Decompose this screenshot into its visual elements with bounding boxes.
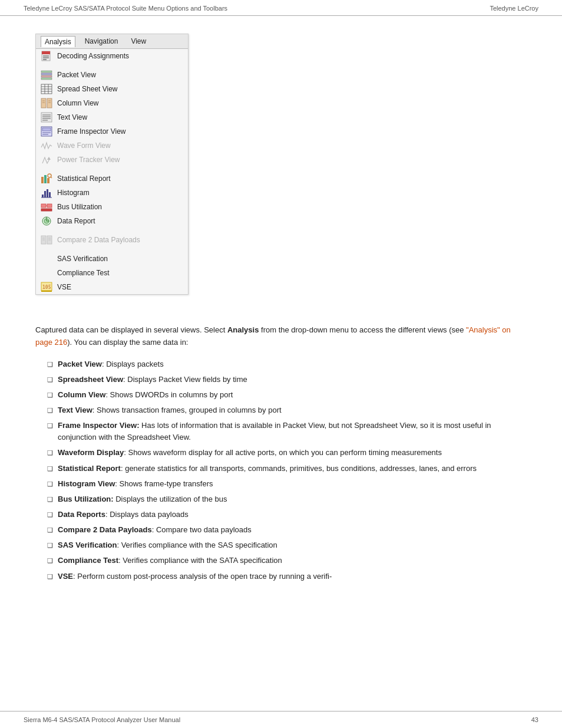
svg-rect-41 [41,204,46,207]
svg-rect-33 [47,178,49,183]
menu-item-compliance-test[interactable]: Compliance Test [36,266,188,280]
data-report-icon [41,216,52,226]
svg-rect-16 [47,98,52,108]
compare-data-payloads-label: Compare 2 Data Payloads [57,236,140,244]
feature-list: Packet View: Displays packets Spreadshee… [47,358,527,582]
list-item-data-reports: Data Reports: Displays data payloads [47,509,527,521]
statistical-report-label: Statistical Report [57,174,111,183]
statistical-report-icon [41,173,52,184]
data-report-label: Data Report [57,217,95,225]
svg-rect-8 [41,78,52,80]
decoding-assignments-icon [41,51,52,61]
bus-utilization-icon [41,202,52,212]
list-item-compliance-test: Compliance Test: Verifies compliance wit… [47,555,527,566]
vse-label: VSE [57,283,71,291]
list-item-text-view: Text View: Shows transaction frames, gro… [47,404,527,416]
list-item-compare-payloads: Compare 2 Data Payloads: Compare two dat… [47,524,527,536]
menu-item-packet-view[interactable]: Packet View [36,68,188,82]
svg-rect-27 [42,128,51,131]
list-item-spreadsheet-view: Spreadsheet View: Displays Packet View f… [47,374,527,386]
menu-item-histogram[interactable]: Histogram [36,186,188,200]
packet-view-icon [41,70,52,80]
footer-right: 43 [531,716,538,723]
menu-item-spreadsheet-view[interactable]: Spread Sheet View [36,82,188,96]
page-footer: Sierra M6-4 SAS/SATA Protocol Analyzer U… [0,711,562,728]
spreadsheet-view-label: Spread Sheet View [57,85,118,93]
menu-item-column-view[interactable]: Column View [36,96,188,110]
wave-form-view-label: Wave Form View [57,141,111,150]
menu-item-power-tracker-view[interactable]: Power Tracker View [36,153,188,167]
separator-2 [36,167,188,172]
frame-inspector-view-label: Frame Inspector View [57,127,126,136]
text-view-label: Text View [57,113,87,121]
list-item-bus-utilization: Bus Utilization: Displays the utilizatio… [47,493,527,505]
column-view-icon [41,98,52,108]
analysis-link[interactable]: "Analysis" on page 216 [35,325,511,347]
intro-paragraph: Captured data can be displayed in severa… [35,324,527,349]
svg-marker-30 [47,157,51,160]
svg-rect-5 [41,71,52,73]
menu-item-sas-verification[interactable]: SAS Verification [36,252,188,266]
menu-item-compare-data-payloads[interactable]: Compare 2 Data Payloads [36,233,188,247]
menu-item-bus-utilization[interactable]: Bus Utilization [36,200,188,214]
menu-tab-view[interactable]: View [127,36,150,47]
svg-rect-15 [41,98,46,108]
page-header: Teledyne LeCroy SAS/SATA Protocol Suite … [0,0,562,16]
separator-3 [36,228,188,233]
menu-item-frame-inspector-view[interactable]: Frame Inspector View [36,124,188,139]
menu-item-data-report[interactable]: Data Report [36,214,188,228]
list-item-waveform-display: Waveform Display: Shows waveform display… [47,447,527,459]
svg-rect-37 [44,191,46,197]
compliance-test-icon [41,268,52,278]
list-item-frame-inspector-view: Frame Inspector View: Has lots of inform… [47,420,527,443]
menu-screenshot: Analysis Navigation View Decoding Assign… [35,34,189,295]
compliance-test-label: Compliance Test [57,269,110,277]
bus-utilization-label: Bus Utilization [57,203,102,211]
svg-rect-38 [47,189,48,197]
spreadsheet-view-icon [41,84,52,94]
footer-left: Sierra M6-4 SAS/SATA Protocol Analyzer U… [24,716,180,723]
svg-rect-31 [41,177,44,183]
frame-inspector-view-icon [41,126,52,137]
list-item-column-view: Column View: Shows DWORDs in columns by … [47,389,527,401]
menu-item-statistical-report[interactable]: Statistical Report [36,172,188,186]
compare-data-payloads-icon [41,235,52,245]
sas-verification-icon [41,253,52,264]
body-text: Captured data can be displayed in severa… [35,324,527,582]
list-item-packet-view: Packet View: Displays packets [47,358,527,370]
menu-item-text-view[interactable]: Text View [36,110,188,124]
menu-item-decoding-assignments[interactable]: Decoding Assignments [36,49,188,63]
menu-header-bar: Analysis Navigation View [36,34,188,49]
decoding-assignments-label: Decoding Assignments [57,52,129,60]
packet-view-label: Packet View [57,71,96,79]
column-view-label: Column View [57,99,98,107]
menu-tab-analysis[interactable]: Analysis [41,36,75,47]
header-right: Teledyne LeCroy [490,5,538,12]
svg-rect-6 [41,73,52,75]
svg-line-35 [51,177,52,178]
list-item-sas-verification: SAS Verification: Verifies compliance wi… [47,539,527,551]
sas-verification-label: SAS Verification [57,255,108,263]
separator-1 [36,63,188,68]
svg-rect-32 [44,175,47,183]
power-tracker-view-label: Power Tracker View [57,156,120,164]
svg-rect-21 [41,113,52,122]
histogram-icon [41,187,52,198]
power-tracker-view-icon [41,154,52,165]
page-content: Analysis Navigation View Decoding Assign… [0,16,562,612]
svg-rect-7 [41,75,52,77]
svg-rect-36 [42,195,44,197]
menu-item-vse[interactable]: 105 VSE [36,280,188,294]
svg-rect-42 [47,204,52,207]
list-item-histogram-view: Histogram View: Shows frame-type transfe… [47,478,527,490]
header-left: Teledyne LeCroy SAS/SATA Protocol Suite … [24,5,227,12]
list-item-statistical-report: Statistical Report: generate statistics … [47,463,527,475]
histogram-label: Histogram [57,189,90,197]
menu-item-wave-form-view[interactable]: Wave Form View [36,139,188,153]
separator-4 [36,247,188,252]
svg-rect-44 [41,209,52,211]
text-view-icon [41,112,52,123]
svg-rect-57 [41,291,52,292]
svg-rect-1 [42,51,50,54]
menu-tab-navigation[interactable]: Navigation [81,36,122,47]
